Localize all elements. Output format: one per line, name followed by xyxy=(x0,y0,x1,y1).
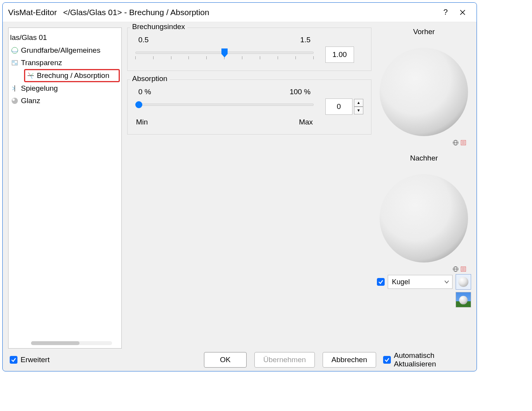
gloss-icon xyxy=(11,97,19,105)
footer: Erweitert OK Übernehmen Abbrechen Automa… xyxy=(3,349,477,371)
background-button[interactable] xyxy=(456,292,471,307)
close-button[interactable] xyxy=(454,4,471,21)
globe-icon[interactable] xyxy=(452,266,459,273)
refraction-min-label: 0.5 xyxy=(138,36,149,44)
tree-root[interactable]: las/Glas 01 xyxy=(10,33,120,44)
auto-update-label: Automatisch Aktualisieren xyxy=(394,351,470,368)
after-preview xyxy=(379,164,468,273)
tree-item-transparenz[interactable]: Transparenz xyxy=(10,57,120,69)
app-name: VisMat-Editor xyxy=(8,8,57,17)
absorption-min-pct: 0 % xyxy=(138,88,151,96)
tree-item-label: Transparenz xyxy=(21,59,62,67)
advanced-label: Erweitert xyxy=(21,356,50,364)
svg-point-9 xyxy=(12,98,18,104)
tree-item-spiegelung[interactable]: Spiegelung xyxy=(10,82,120,95)
tree-item-label: Spiegelung xyxy=(21,84,58,93)
absorption-range-labels: 0 % 100 % xyxy=(135,85,314,96)
preview-sphere xyxy=(380,174,468,262)
svg-line-5 xyxy=(28,73,31,76)
absorption-min-label: Min xyxy=(136,118,148,126)
spin-down-button[interactable]: ▼ xyxy=(354,107,363,114)
sphere-icon xyxy=(11,47,19,54)
shape-preview-button[interactable] xyxy=(456,274,471,290)
ok-button[interactable]: OK xyxy=(204,352,247,368)
svg-line-6 xyxy=(31,76,32,79)
list-icon[interactable] xyxy=(460,266,467,273)
tree-item-label: Grundfarbe/Allgemeines xyxy=(21,46,100,55)
slider-thumb[interactable] xyxy=(135,101,142,108)
close-icon xyxy=(459,9,466,16)
tree-item-label: Glanz xyxy=(21,97,40,105)
check-icon xyxy=(384,357,390,363)
shape-combo-value: Kugel xyxy=(392,278,410,286)
settings-panel: Brechungsindex 0.5 1.5 1.00 xyxy=(127,28,371,349)
transparency-icon xyxy=(11,59,19,67)
slider-thumb[interactable] xyxy=(220,48,229,58)
svg-rect-3 xyxy=(15,63,17,65)
before-preview xyxy=(379,38,468,146)
refraction-group: Brechungsindex 0.5 1.5 1.00 xyxy=(127,28,371,71)
refraction-value-input[interactable]: 1.00 xyxy=(325,47,354,63)
refraction-slider[interactable] xyxy=(135,47,314,62)
shape-checkbox[interactable] xyxy=(377,278,385,286)
globe-icon[interactable] xyxy=(452,139,459,146)
check-icon xyxy=(11,357,16,363)
advanced-checkbox[interactable] xyxy=(10,356,17,364)
shape-combo[interactable]: Kugel xyxy=(388,275,453,289)
absorption-max-label: Max xyxy=(299,118,313,126)
sphere-icon xyxy=(459,296,468,304)
tree-item-grundfarbe[interactable]: Grundfarbe/Allgemeines xyxy=(10,44,120,57)
refraction-legend: Brechungsindex xyxy=(130,22,187,31)
cancel-button[interactable]: Abbrechen xyxy=(323,352,376,368)
tree-item-label: Brechung / Absorption xyxy=(37,71,109,80)
preview-panel: Vorher Nachher xyxy=(377,28,471,349)
absorption-value-input[interactable]: 0 xyxy=(325,98,352,115)
apply-button[interactable]: Übernehmen xyxy=(254,352,315,368)
absorption-slider[interactable] xyxy=(135,99,314,114)
absorption-legend: Absorption xyxy=(130,74,170,83)
window-title: </Glas/Glas 01> - Brechung / Absorption xyxy=(63,8,209,17)
absorption-minmax-labels: Min Max xyxy=(135,118,314,126)
svg-rect-2 xyxy=(12,60,15,63)
svg-point-10 xyxy=(12,98,15,101)
absorption-spinner: 0 ▲ ▼ xyxy=(325,98,363,115)
material-tree[interactable]: las/Glas 01 Grundfarbe/Allgemeines Trans… xyxy=(8,28,122,349)
tree-item-brechung-absorption[interactable]: Brechung / Absorption xyxy=(24,69,120,82)
help-icon: ? xyxy=(443,8,447,17)
check-icon xyxy=(378,279,383,285)
tree-item-glanz[interactable]: Glanz xyxy=(10,95,120,107)
refraction-range-labels: 0.5 1.5 xyxy=(135,33,314,44)
refraction-icon xyxy=(27,72,35,79)
titlebar: VisMat-Editor </Glas/Glas 01> - Brechung… xyxy=(3,3,477,22)
preview-sphere xyxy=(380,48,468,136)
absorption-group: Absorption 0 % 100 % 0 ▲ ▼ xyxy=(127,79,371,135)
before-label: Vorher xyxy=(413,28,435,36)
vismat-editor-window: VisMat-Editor </Glas/Glas 01> - Brechung… xyxy=(2,2,477,371)
chevron-down-icon xyxy=(444,280,449,284)
mirror-icon xyxy=(11,85,19,92)
auto-update-checkbox[interactable] xyxy=(383,356,391,364)
refraction-max-label: 1.5 xyxy=(300,36,310,44)
help-button[interactable]: ? xyxy=(437,4,454,21)
tree-scrollbar[interactable] xyxy=(31,341,112,345)
spin-up-button[interactable]: ▲ xyxy=(354,99,363,107)
sphere-icon xyxy=(458,277,468,287)
svg-line-7 xyxy=(31,73,33,76)
svg-point-0 xyxy=(12,47,18,54)
after-label: Nachher xyxy=(410,154,438,162)
scrollbar-thumb[interactable] xyxy=(31,341,79,345)
absorption-max-pct: 100 % xyxy=(290,88,311,96)
list-icon[interactable] xyxy=(460,139,467,146)
